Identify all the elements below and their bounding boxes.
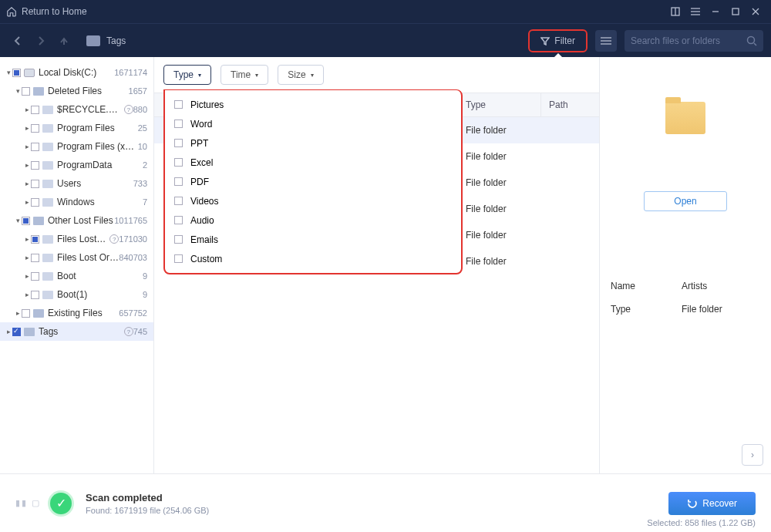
tree-checkbox[interactable]: [31, 106, 39, 114]
filter-size-button[interactable]: Size▾: [278, 65, 323, 85]
column-type[interactable]: Type: [458, 93, 541, 116]
expand-arrow[interactable]: ▸: [23, 272, 31, 280]
filter-time-button[interactable]: Time▾: [221, 65, 268, 85]
tree-node[interactable]: ▸Program Files (x86)10: [0, 137, 153, 156]
option-checkbox[interactable]: [174, 216, 183, 224]
option-checkbox[interactable]: [174, 120, 183, 128]
tree-checkbox[interactable]: [12, 69, 21, 77]
help-icon[interactable]: ?: [124, 105, 133, 114]
tree-checkbox[interactable]: [31, 291, 39, 299]
option-checkbox[interactable]: [174, 158, 183, 167]
tree-checkbox[interactable]: [31, 254, 39, 262]
filter-option[interactable]: PDF: [165, 172, 461, 191]
minimize-button[interactable]: [706, 2, 725, 21]
tree-checkbox[interactable]: [31, 235, 39, 244]
expand-arrow[interactable]: ▸: [23, 254, 31, 261]
tree-node[interactable]: ▸Windows7: [0, 193, 153, 211]
expand-arrow[interactable]: ▾: [14, 217, 22, 224]
filter-button[interactable]: Filter: [528, 29, 588, 52]
expand-arrow[interactable]: ▸: [23, 235, 31, 243]
playback-controls[interactable]: ▮▮ ▢: [15, 498, 41, 508]
tree-checkbox[interactable]: [31, 198, 39, 207]
back-button[interactable]: [8, 31, 28, 51]
close-button[interactable]: [746, 2, 765, 21]
option-checkbox[interactable]: [174, 197, 183, 205]
tree-checkbox[interactable]: [22, 87, 30, 96]
tree-node[interactable]: ▸Users733: [0, 174, 153, 193]
tree-node[interactable]: ▾Local Disk(C:)1671174: [0, 63, 153, 82]
expand-arrow[interactable]: ▸: [23, 143, 31, 150]
option-checkbox[interactable]: [174, 177, 183, 186]
tree-node[interactable]: ▸$RECYCLE.BIN?880: [0, 100, 153, 119]
folder-icon: [24, 328, 35, 336]
filter-option[interactable]: Excel: [165, 153, 461, 172]
expand-arrow[interactable]: ▸: [5, 328, 12, 335]
tree-node[interactable]: ▸ProgramData2: [0, 156, 153, 174]
tree-node[interactable]: ▾Other Lost Files1011765: [0, 211, 153, 230]
tree-count: 7: [143, 197, 147, 207]
recover-button[interactable]: Recover: [668, 492, 756, 515]
folder-icon: [33, 87, 44, 96]
open-button[interactable]: Open: [644, 191, 727, 211]
filter-option[interactable]: Custom: [165, 249, 461, 268]
tree-node[interactable]: ▾Deleted Files1657: [0, 82, 153, 100]
column-path[interactable]: Path: [541, 93, 599, 116]
tree-checkbox[interactable]: [31, 124, 39, 133]
expand-arrow[interactable]: ▾: [14, 87, 22, 95]
filter-type-button[interactable]: Type▾: [163, 65, 211, 85]
expand-arrow[interactable]: ▸: [23, 106, 31, 113]
return-home-button[interactable]: Return to Home: [6, 6, 87, 17]
expand-arrow[interactable]: ▸: [23, 180, 31, 187]
filter-option[interactable]: Videos: [165, 191, 461, 210]
filter-option[interactable]: Pictures: [165, 95, 461, 114]
option-checkbox[interactable]: [174, 235, 183, 244]
tree-checkbox[interactable]: [31, 180, 39, 188]
filter-option[interactable]: PPT: [165, 133, 461, 153]
tree-count: 1657: [129, 86, 147, 96]
up-button[interactable]: [54, 31, 74, 51]
menu-icon[interactable]: [686, 2, 705, 21]
option-checkbox[interactable]: [174, 100, 183, 109]
search-box[interactable]: [625, 30, 763, 52]
chevron-down-icon: ▾: [255, 72, 258, 79]
expand-arrow[interactable]: ▸: [14, 309, 22, 317]
search-input[interactable]: [631, 35, 746, 46]
tree-count: 657752: [119, 308, 147, 318]
tree-node[interactable]: ▸Boot9: [0, 267, 153, 285]
maximize-button[interactable]: [726, 2, 745, 21]
filter-option[interactable]: Audio: [165, 210, 461, 230]
tree-checkbox[interactable]: [22, 309, 30, 318]
tree-checkbox[interactable]: [31, 143, 39, 151]
tree-node[interactable]: ▸Files Lost Original ...840703: [0, 248, 153, 267]
tree-label: Boot: [57, 271, 143, 281]
expand-arrow[interactable]: ▸: [23, 124, 31, 132]
tree-node[interactable]: ▸Existing Files657752: [0, 304, 153, 322]
type-filter-dropdown[interactable]: PicturesWordPPTExcelPDFVideosAudioEmails…: [163, 89, 463, 274]
tree-checkbox[interactable]: [12, 328, 21, 336]
tree-node[interactable]: ▸Boot(1)9: [0, 285, 153, 304]
folder-icon: [42, 143, 53, 151]
tree-node[interactable]: ▸Tags?745: [0, 322, 153, 341]
tree-node[interactable]: ▸Program Files25: [0, 119, 153, 137]
option-checkbox[interactable]: [174, 254, 183, 263]
expand-arrow[interactable]: ▾: [5, 69, 12, 76]
help-icon[interactable]: ?: [109, 234, 119, 244]
tree-checkbox[interactable]: [31, 272, 39, 281]
option-checkbox[interactable]: [174, 139, 183, 147]
filter-option[interactable]: Emails: [165, 230, 461, 249]
tree-node[interactable]: ▸Files Lost Origi...?171030: [0, 230, 153, 248]
next-page-button[interactable]: ›: [742, 444, 763, 466]
forward-button[interactable]: [31, 31, 51, 51]
option-label: Emails: [190, 234, 218, 245]
option-label: Videos: [190, 196, 218, 207]
expand-arrow[interactable]: ▸: [23, 161, 31, 169]
filter-option[interactable]: Word: [165, 114, 461, 133]
expand-arrow[interactable]: ▸: [23, 198, 31, 206]
view-mode-button[interactable]: [595, 30, 617, 52]
layout-icon[interactable]: [666, 2, 685, 21]
folder-tree[interactable]: ▾Local Disk(C:)1671174▾Deleted Files1657…: [0, 57, 154, 473]
tree-checkbox[interactable]: [31, 161, 39, 170]
tree-checkbox[interactable]: [22, 217, 30, 225]
expand-arrow[interactable]: ▸: [23, 291, 31, 298]
help-icon[interactable]: ?: [124, 327, 133, 336]
